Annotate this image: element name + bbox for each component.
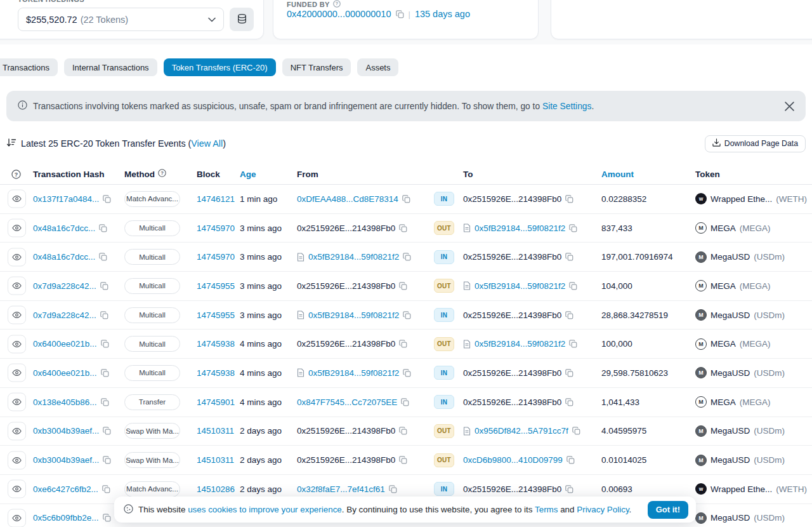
copy-icon[interactable] (399, 456, 407, 464)
copy-icon[interactable] (565, 195, 573, 203)
funded-by-address-link[interactable]: 0x42000000...000000010 (287, 9, 391, 19)
copy-icon[interactable] (399, 340, 407, 348)
copy-icon[interactable] (403, 253, 411, 261)
eye-button[interactable] (8, 219, 26, 237)
token-cell[interactable]: MMEGA(MEGA) (695, 214, 771, 243)
header-question-circle-icon[interactable]: ? (11, 164, 21, 184)
copy-icon[interactable] (103, 195, 111, 203)
method-badge[interactable]: Match Advanc... (124, 481, 180, 497)
eye-button[interactable] (8, 277, 26, 295)
col-amount[interactable]: Amount (601, 164, 634, 184)
eye-button[interactable] (8, 364, 26, 382)
copy-icon[interactable] (101, 369, 109, 377)
block-link[interactable]: 14510286 (197, 484, 235, 494)
method-badge[interactable]: Multicall (124, 278, 180, 294)
tab-nft-transfers[interactable]: NFT Transfers (282, 58, 351, 76)
token-cell[interactable]: MMegaUSD(USDm) (695, 417, 785, 446)
block-link[interactable]: 14746121 (197, 194, 235, 204)
block-link[interactable]: 14745938 (197, 368, 235, 378)
method-badge[interactable]: Swap With Ma... (124, 423, 180, 439)
eye-button[interactable] (8, 306, 26, 324)
eye-button[interactable] (8, 509, 26, 527)
tx-hash-link[interactable]: 0x48a16c7dcc... (33, 252, 95, 262)
method-badge[interactable]: Multicall (124, 365, 180, 381)
copy-icon[interactable] (569, 340, 577, 348)
copy-icon[interactable] (103, 514, 111, 522)
token-cell[interactable]: MMEGA(MEGA) (695, 272, 771, 300)
copy-icon[interactable] (99, 253, 107, 261)
copy-icon[interactable] (399, 282, 407, 290)
copy-icon[interactable] (572, 427, 580, 435)
method-badge[interactable]: Multicall (124, 336, 180, 352)
tx-hash-link[interactable]: 0x6400ee021b... (33, 339, 97, 349)
copy-icon[interactable] (569, 224, 577, 232)
funded-age-link[interactable]: 135 days ago (415, 9, 470, 19)
method-badge[interactable]: Transfer (124, 394, 180, 410)
from-address-link[interactable]: 0x32f8faE7...7ef41cf61 (297, 484, 385, 494)
method-badge[interactable]: Swap With Ma... (124, 452, 180, 468)
block-link[interactable]: 14745938 (197, 339, 235, 349)
block-link[interactable]: 14745901 (197, 397, 235, 407)
copy-icon[interactable] (403, 311, 411, 319)
tx-hash-link[interactable]: 0xe6c427c6fb2... (33, 484, 98, 494)
eye-button[interactable] (8, 335, 26, 353)
block-link[interactable]: 14745955 (197, 310, 235, 320)
tx-hash-link[interactable]: 0x137f17a0484... (33, 194, 99, 204)
privacy-policy-link[interactable]: Privacy Policy (577, 505, 629, 514)
from-address-link[interactable]: 0xDfEAA488...Cd8E78314 (297, 194, 398, 204)
copy-icon[interactable] (565, 369, 573, 377)
tx-hash-link[interactable]: 0x138e405b86... (33, 397, 97, 407)
copy-icon[interactable] (102, 485, 110, 493)
method-badge[interactable]: Multicall (124, 220, 180, 236)
terms-link[interactable]: Terms (535, 505, 558, 514)
copy-icon[interactable] (101, 398, 109, 406)
copy-icon[interactable] (100, 282, 108, 290)
tx-hash-link[interactable]: 0x5c6b09fbb2e... (33, 513, 99, 523)
copy-icon[interactable] (569, 282, 577, 290)
copy-icon[interactable] (396, 10, 404, 18)
to-address-link[interactable]: 0x5fB29184...59f0821f2 (475, 281, 565, 291)
from-address-link[interactable]: 0x5fB29184...59f0821f2 (308, 252, 399, 262)
tab-transactions[interactable]: Transactions (0, 58, 58, 76)
cookie-policy-link[interactable]: uses cookies to improve your experience (188, 505, 342, 514)
token-holdings-dropdown[interactable]: $255,520.72 (22 Tokens) (18, 8, 224, 31)
token-cell[interactable]: MMegaUSD(USDm) (695, 359, 785, 387)
copy-icon[interactable] (565, 311, 573, 319)
tx-hash-link[interactable]: 0x7d9a228c42... (33, 281, 96, 291)
copy-icon[interactable] (399, 427, 407, 435)
tab-assets[interactable]: Assets (357, 58, 398, 76)
eye-button[interactable] (8, 248, 26, 266)
copy-icon[interactable] (565, 398, 573, 406)
copy-icon[interactable] (565, 253, 573, 261)
from-address-link[interactable]: 0x847F7545...Cc72075EE (297, 397, 397, 407)
copy-icon[interactable] (389, 485, 397, 493)
token-cell[interactable]: MMegaUSD(USDm) (695, 301, 785, 330)
site-settings-link[interactable]: Site Settings (542, 102, 591, 111)
token-cell[interactable]: MMEGA(MEGA) (695, 388, 771, 417)
eye-button[interactable] (8, 190, 26, 208)
copy-icon[interactable] (566, 456, 575, 464)
col-age[interactable]: Age (240, 164, 256, 184)
eye-button[interactable] (8, 451, 26, 469)
token-cell[interactable]: MMegaUSD(USDm) (695, 243, 785, 271)
copy-icon[interactable] (401, 398, 409, 406)
tab-token-transfers-erc-20[interactable]: Token Transfers (ERC-20) (164, 58, 276, 76)
copy-icon[interactable] (101, 340, 109, 348)
tab-internal-transactions[interactable]: Internal Transactions (64, 58, 157, 76)
tx-hash-link[interactable]: 0x7d9a228c42... (33, 310, 96, 320)
view-all-link[interactable]: View All (191, 138, 223, 149)
tx-hash-link[interactable]: 0xb3004b39aef... (33, 426, 99, 436)
close-icon[interactable] (785, 102, 794, 111)
to-address-link[interactable]: 0x5fB29184...59f0821f2 (475, 339, 565, 349)
copy-icon[interactable] (399, 224, 407, 232)
to-address-link[interactable]: 0xcD6b9800...410D09799 (463, 455, 563, 465)
token-cell[interactable]: MMegaUSD(USDm) (695, 504, 785, 527)
tx-hash-link[interactable]: 0x6400ee021b... (33, 368, 97, 378)
block-link[interactable]: 14745970 (197, 252, 235, 262)
token-cell[interactable]: WWrapped Ethe...(WETH) (695, 185, 807, 213)
method-badge[interactable]: Multicall (124, 307, 180, 323)
download-page-data-button[interactable]: Download Page Data (705, 135, 806, 152)
copy-icon[interactable] (403, 369, 411, 377)
tx-hash-link[interactable]: 0xb3004b39aef... (33, 455, 99, 465)
question-circle-icon[interactable]: ? (158, 169, 166, 179)
